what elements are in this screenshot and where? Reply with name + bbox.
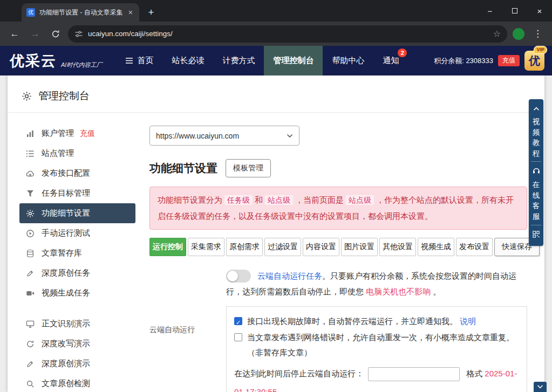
- tab-content-settings[interactable]: 内容设置: [303, 238, 339, 256]
- tab-publish-settings[interactable]: 发布设置: [456, 238, 493, 256]
- tab-video-generation[interactable]: 视频生成: [418, 238, 454, 256]
- nav-notifications-label: 通知: [383, 56, 399, 66]
- sidebar-item-task-targets[interactable]: 任务目标管理: [19, 183, 135, 203]
- sidebar-recharge-link[interactable]: 充值: [80, 129, 95, 139]
- profile-avatar[interactable]: [512, 27, 526, 41]
- tab-filter-settings[interactable]: 过滤设置: [264, 238, 301, 256]
- site-url-select[interactable]: https://www.ucaiyun.com: [149, 126, 299, 146]
- template-manage-button[interactable]: 模板管理: [226, 159, 271, 177]
- nav-home[interactable]: 首页: [116, 46, 162, 75]
- cloud-run-task-link[interactable]: 云端自动运行任务: [257, 271, 322, 280]
- sidebar-item-detail-settings[interactable]: 功能细节设置: [19, 203, 135, 223]
- section-title: 功能细节设置: [149, 161, 217, 176]
- nav-must-read[interactable]: 站长必读: [162, 46, 213, 75]
- maximize-button[interactable]: [502, 0, 527, 22]
- sidebar-item-manual-test[interactable]: 手动运行测试: [19, 223, 135, 243]
- stop-time-row: 在达到此时间后停止云端自动运行： 格式 2025-01-01 17:30:55: [234, 365, 519, 392]
- back-button[interactable]: ←: [6, 26, 23, 42]
- format-label: 格式: [466, 369, 482, 378]
- new-tab-button[interactable]: +: [144, 5, 159, 20]
- sidebar-item-label: 任务目标管理: [42, 188, 90, 198]
- scroll-down-button[interactable]: [534, 382, 547, 392]
- refresh-icon: [26, 340, 35, 348]
- nav-console[interactable]: 管理控制台: [264, 46, 323, 75]
- sidebar-item-publish-api[interactable]: 发布接口配置: [19, 163, 135, 183]
- online-service-button[interactable]: 在线客服: [532, 180, 540, 222]
- pause-on-failure-checkbox[interactable]: [234, 317, 242, 325]
- reload-button[interactable]: [47, 26, 64, 42]
- option-pause-text-wrap: 接口出现长期故障时，自动暂停云端运行，并立即通知我。 说明: [247, 314, 476, 329]
- funnel-icon: [26, 189, 35, 198]
- site-info-icon[interactable]: [74, 30, 83, 38]
- nav-billing-label: 计费方式: [222, 56, 255, 66]
- cloud-options-box: 接口出现长期故障时，自动暂停云端运行，并立即通知我。 说明 当文章发布遇到网络错…: [226, 306, 527, 392]
- video-camera-icon: [26, 289, 35, 298]
- sidebar-item-label: 功能细节设置: [42, 208, 90, 218]
- tab-image-settings[interactable]: 图片设置: [341, 238, 378, 256]
- browser-window: 优 功能细节设置 - 自动文章采集 × + − × ← → ucaiyun.co…: [0, 0, 552, 392]
- headset-icon[interactable]: [529, 164, 543, 178]
- sidebar-item-sites[interactable]: 站点管理: [19, 143, 135, 163]
- database-icon: [26, 249, 35, 258]
- search-icon: [26, 380, 35, 388]
- settings-tabs: 运行控制 采集需求 原创需求 过滤设置 内容设置 图片设置 其他设置 视频生成 …: [149, 238, 527, 256]
- sidebar-item-video-task[interactable]: 视频生成任务: [19, 283, 135, 303]
- cloud-run-toggle[interactable]: [226, 270, 251, 283]
- alert-text: 和: [255, 195, 263, 204]
- sidebar-item-label: 站点管理: [42, 148, 74, 159]
- qr-code-icon[interactable]: [529, 228, 543, 242]
- sidebar-item-deep-rewrite-demo[interactable]: 深度改写演示: [19, 334, 135, 354]
- site-logo[interactable]: 优采云: [10, 51, 57, 71]
- float-toolbar: 视频教程 在线客服: [529, 99, 543, 246]
- alert-chip-site-level: 站点级: [346, 195, 374, 205]
- cloud-upload-icon: [26, 169, 35, 178]
- sidebar-item-account[interactable]: 账户管理 充值: [19, 123, 135, 143]
- nav-help[interactable]: 帮助中心: [323, 46, 373, 75]
- sidebar-item-deep-original-demo[interactable]: 深度原创演示: [19, 354, 135, 374]
- info-alert: 功能细节设置分为任务级和站点级，当前页面是站点级，作为整个站点的默认设置，所有未…: [149, 187, 527, 230]
- scroll-top-button[interactable]: [529, 102, 543, 115]
- section-header: 功能细节设置 模板管理: [149, 159, 527, 177]
- sidebar-item-article-store[interactable]: 文章暂存库: [19, 243, 135, 263]
- browser-tab[interactable]: 优 功能细节设置 - 自动文章采集 ×: [22, 3, 139, 22]
- tab-other-settings[interactable]: 其他设置: [379, 238, 416, 256]
- sidebar-item-originality-check[interactable]: 文章原创检测: [19, 374, 135, 392]
- minimize-button[interactable]: −: [478, 0, 502, 22]
- nav-home-label: 首页: [137, 56, 153, 66]
- sidebar-item-body-recognition-demo[interactable]: 正文识别演示: [19, 314, 135, 334]
- auto-resend-checkbox[interactable]: [234, 333, 242, 341]
- tab-run-control[interactable]: 运行控制: [149, 238, 186, 256]
- vip-tag: VIP: [534, 46, 547, 54]
- bookmark-star-icon[interactable]: ☆: [493, 29, 501, 39]
- vip-badge[interactable]: 优 VIP: [524, 51, 544, 71]
- recharge-button[interactable]: 充值: [498, 55, 520, 66]
- sidebar-item-deep-original-task[interactable]: 深度原创任务: [19, 263, 135, 283]
- nav-notifications[interactable]: 通知 2: [373, 46, 408, 75]
- sidebar-item-label: 深度原创任务: [42, 268, 90, 278]
- cloud-run-desc-end: 。: [431, 287, 441, 296]
- browser-menu-icon[interactable]: ⋮: [530, 28, 546, 39]
- nav-billing[interactable]: 计费方式: [213, 46, 264, 75]
- cloud-run-desc-highlight: 电脑关机也不影响: [366, 287, 431, 296]
- forward-button[interactable]: →: [27, 26, 43, 42]
- tab-collect-requirements[interactable]: 采集需求: [188, 238, 224, 256]
- sidebar-item-label: 文章暂存库: [42, 248, 82, 258]
- sidebar-item-label: 正文识别演示: [42, 319, 90, 329]
- reload-icon: [51, 30, 60, 38]
- tab-original-requirements[interactable]: 原创需求: [226, 238, 263, 256]
- url-bar[interactable]: ucaiyun.com/caiji/settings/ ☆: [68, 25, 507, 43]
- pause-help-link[interactable]: 说明: [460, 317, 476, 326]
- main-nav: 首页 站长必读 计费方式 管理控制台 帮助中心 通知 2: [116, 46, 408, 75]
- site-slogan: AI时代内容工厂: [61, 61, 102, 69]
- nav-console-label: 管理控制台: [273, 56, 314, 66]
- nav-must-read-label: 站长必读: [172, 56, 204, 66]
- video-tutorial-button[interactable]: 视频教程: [532, 116, 540, 159]
- tab-close-icon[interactable]: ×: [127, 8, 134, 17]
- close-button[interactable]: ×: [527, 0, 552, 22]
- cloud-run-section: 云端自动运行 云端自动运行任务。只要账户有积分余额，系统会按您设置的时间自动运行…: [149, 268, 527, 392]
- header-right: 积分余额: 2308333 充值 优 VIP: [434, 51, 544, 71]
- sidebar-item-label: 账户管理: [42, 128, 74, 139]
- stop-time-input[interactable]: [368, 367, 460, 381]
- option-row-resend: 当文章发布遇到网络错误时，允许自动重发一次，有小概率造成文章重复。（非暂存库文章…: [234, 330, 519, 360]
- browser-titlebar: 优 功能细节设置 - 自动文章采集 × + − ×: [0, 0, 552, 22]
